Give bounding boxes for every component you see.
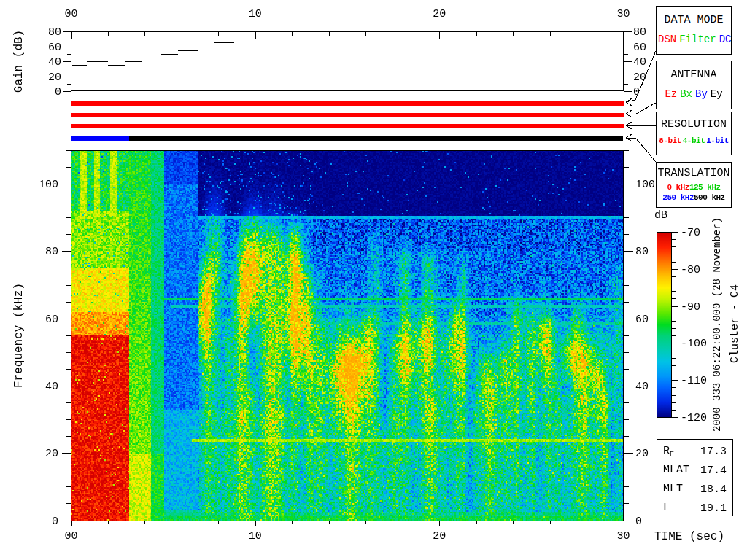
time-axis-title: TIME (sec) xyxy=(654,530,724,543)
axis-tick-label: 20 xyxy=(633,71,646,83)
axis-tick-label: 60 xyxy=(633,41,646,53)
axis-tick-label: 10 xyxy=(249,530,262,542)
ephemeris-row-mlat: MLAT 17.4 xyxy=(657,462,732,480)
data-mode-bar-segment xyxy=(71,101,624,106)
panel-resolution-title: RESOLUTION xyxy=(657,118,731,131)
axis-tick-label: -70 xyxy=(681,226,700,238)
axis-tick-label: 80 xyxy=(633,26,646,38)
panel-antenna-title: ANTENNA xyxy=(657,69,731,81)
ephemeris-table: RE 17.3 MLAT 17.4 MLT 18.4 L 19.1 xyxy=(657,439,733,516)
axis-tick-label: 20 xyxy=(433,8,446,20)
ephemeris-name: MLAT xyxy=(663,464,689,478)
ephemeris-row-re: RE 17.3 xyxy=(657,443,732,461)
ephemeris-name: MLT xyxy=(663,483,683,497)
frequency-axis-title: Frequency (kHz) xyxy=(12,283,26,388)
axis-tick-label: 30 xyxy=(616,8,630,20)
axis-tick-label: 60 xyxy=(48,41,61,53)
axis-tick-label: 20 xyxy=(45,447,58,459)
antenna-bar-segment xyxy=(71,113,624,117)
panel-option-125-khz: 125 kHz xyxy=(689,183,721,192)
panel-translation-row1: 0 kHz125 kHz xyxy=(657,183,731,192)
panel-resolution: RESOLUTION 8-bit4-bit1-bit xyxy=(656,112,732,155)
axis-tick-label: -80 xyxy=(681,263,700,276)
axis-tick-label: 60 xyxy=(635,313,649,325)
panel-data-mode-title: DATA MODE xyxy=(657,14,731,26)
panel-translation: TRANSLATION 0 kHz125 kHz 250 kHz500 kHz xyxy=(656,162,732,208)
ephemeris-value: 19.1 xyxy=(700,502,727,515)
axis-tick-label: 00 xyxy=(64,8,77,20)
panel-option-ez: Ez xyxy=(665,88,677,100)
axis-tick-label: 100 xyxy=(635,178,655,190)
ephemeris-value: 17.4 xyxy=(700,464,727,477)
axis-tick-label: -120 xyxy=(681,411,707,424)
axis-tick-label: 0 xyxy=(635,515,642,527)
axis-tick-label: 20 xyxy=(48,71,61,83)
ephemeris-value: 18.4 xyxy=(700,483,727,496)
panel-option-bx: Bx xyxy=(680,88,692,100)
panel-option-250-khz: 250 kHz xyxy=(662,193,694,202)
gain-axis-title: Gain (dB) xyxy=(12,30,26,93)
axis-tick-label: 40 xyxy=(635,380,649,392)
axis-tick-label: 100 xyxy=(39,178,58,190)
panel-translation-row2: 250 kHz500 kHz xyxy=(657,193,731,202)
datetime-label: 2000 333 06:22:00.000 (28 November) xyxy=(711,217,723,432)
resolution-bar-segment xyxy=(71,124,624,128)
axis-tick-label: 20 xyxy=(433,530,446,542)
panel-resolution-options: 8-bit4-bit1-bit xyxy=(657,136,731,145)
panel-option-4-bit: 4-bit xyxy=(683,136,705,145)
panel-option-8-bit: 8-bit xyxy=(659,136,681,145)
wbd-spectrogram-display: 0010203000202040406060808000102030002020… xyxy=(0,0,747,560)
axis-tick-label: 10 xyxy=(249,8,262,20)
panel-option-ey: Ey xyxy=(711,88,723,100)
spacecraft-label: Cluster - C4 xyxy=(729,284,741,363)
panel-translation-title: TRANSLATION xyxy=(657,167,731,179)
panel-option-500-khz: 500 kHz xyxy=(694,193,725,202)
panel-option-dsn: DSN xyxy=(658,34,676,45)
axis-tick-label: 80 xyxy=(45,245,58,257)
panel-data-mode: DATA MODE DSNFilterDC xyxy=(656,6,732,55)
panel-option-dc: DC xyxy=(719,34,732,45)
axis-tick-label: 30 xyxy=(616,530,630,542)
axis-tick-label: 20 xyxy=(635,447,649,459)
axis-tick-label: 40 xyxy=(45,380,58,392)
panel-option-filter: Filter xyxy=(679,34,716,45)
axis-tick-label: 0 xyxy=(55,85,61,98)
spectrogram-canvas xyxy=(71,150,624,521)
ephemeris-row-l: L 19.1 xyxy=(657,499,732,518)
axis-tick-label: 40 xyxy=(48,55,61,68)
axis-tick-label: -90 xyxy=(681,300,700,313)
ephemeris-value: 17.3 xyxy=(700,446,727,458)
panel-option-0-khz: 0 kHz xyxy=(667,183,689,192)
axis-tick-label: -110 xyxy=(681,374,707,386)
axis-tick-label: 0 xyxy=(633,85,640,98)
ephemeris-name: RE xyxy=(663,445,674,459)
axis-tick-label: 60 xyxy=(45,313,58,325)
translation-bar-segment xyxy=(129,136,623,141)
panel-option-1-bit: 1-bit xyxy=(706,136,729,145)
axis-tick-label: -100 xyxy=(681,337,707,349)
panel-antenna: ANTENNA EzBxByEy xyxy=(656,61,732,109)
colorbar xyxy=(657,232,672,418)
axis-tick-label: 0 xyxy=(52,515,58,527)
axis-tick-label: 80 xyxy=(635,245,649,257)
panel-antenna-options: EzBxByEy xyxy=(657,88,731,100)
ephemeris-name: L xyxy=(663,502,670,516)
translation-bar-segment xyxy=(71,136,130,141)
axis-tick-label: 00 xyxy=(64,530,77,542)
axis-tick-label: 80 xyxy=(48,26,61,38)
colorbar-title: dB xyxy=(654,209,667,222)
ephemeris-row-mlt: MLT 18.4 xyxy=(657,481,732,499)
axis-tick-label: 40 xyxy=(633,55,646,68)
panel-data-mode-options: DSNFilterDC xyxy=(657,34,731,45)
panel-option-by: By xyxy=(695,88,708,100)
